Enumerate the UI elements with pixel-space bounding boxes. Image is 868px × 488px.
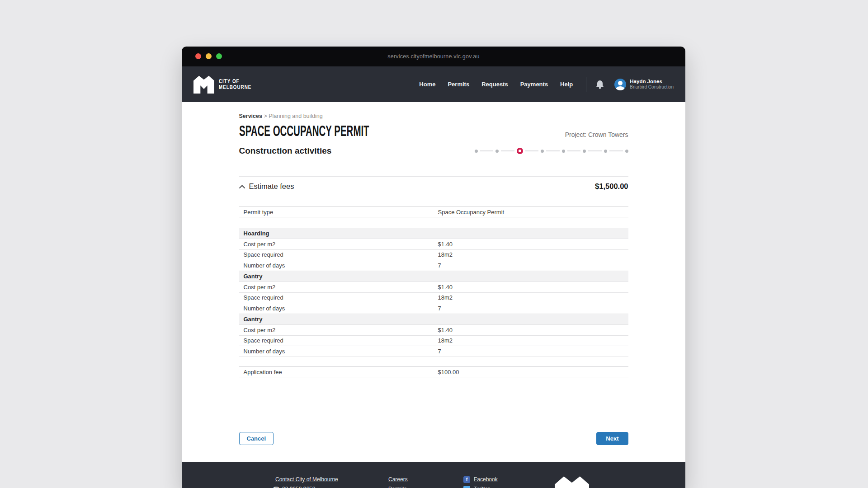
progress-stepper — [475, 148, 628, 154]
estimate-fees-label: Estimate fees — [249, 182, 294, 191]
fee-table: Permit type Space Occupancy Permit Hoard… — [239, 206, 628, 377]
application-fee-row: Application fee $100.00 — [239, 366, 628, 377]
browser-window: services.cityofmelbourne.vic.gov.au CITY… — [182, 47, 685, 488]
window-controls — [195, 53, 222, 59]
fee-row-label: Cost per m2 — [239, 327, 438, 333]
permits-link[interactable]: Permits — [388, 486, 407, 488]
user-name: Haydn Jones — [630, 78, 674, 84]
fee-row-value: 7 — [438, 348, 628, 355]
step-title: Construction activities — [239, 146, 332, 156]
fee-row-label: Space required — [239, 337, 438, 344]
application-fee-label: Application fee — [239, 369, 438, 375]
chevron-up-icon[interactable] — [239, 185, 245, 188]
nav-item-help[interactable]: Help — [560, 81, 573, 88]
user-account-menu[interactable]: Haydn Jones Briarbird Construction — [614, 78, 674, 90]
fee-group-header-1-label: Hoarding — [239, 230, 438, 237]
melbourne-m-icon — [193, 75, 214, 94]
fee-row: Space required18m2 — [239, 336, 628, 347]
table-spacer — [239, 217, 628, 228]
twitter-icon[interactable] — [463, 486, 470, 488]
step-dot-5[interactable] — [562, 150, 565, 153]
notifications-bell-icon[interactable] — [595, 80, 604, 89]
fee-row-label: Cost per m2 — [239, 284, 438, 291]
page-body: Services > Planning and building SPACE O… — [182, 102, 685, 462]
fee-row-value: $1.40 — [438, 284, 628, 291]
fee-row-value: $1.40 — [438, 241, 628, 248]
fee-row: Number of days7 — [239, 260, 628, 271]
city-of-melbourne-logo[interactable]: CITY OF MELBOURNE — [193, 75, 259, 94]
phone-icon: ☎ — [273, 486, 279, 488]
nav-item-home[interactable]: Home — [419, 81, 435, 88]
permit-type-row: Permit type Space Occupancy Permit — [239, 206, 628, 217]
browser-titlebar: services.cityofmelbourne.vic.gov.au — [182, 47, 685, 66]
fee-row-value: 7 — [438, 305, 628, 312]
step-dot-3-active[interactable] — [517, 148, 523, 154]
breadcrumb-services-link[interactable]: Services — [239, 113, 262, 119]
fee-row: Cost per m2$1.40 — [239, 282, 628, 293]
fee-row-label: Number of days — [239, 305, 438, 312]
fee-row: Number of days7 — [239, 303, 628, 314]
user-avatar-icon — [614, 79, 626, 90]
breadcrumb-current: Planning and building — [269, 113, 323, 119]
step-connector — [480, 150, 494, 151]
facebook-icon[interactable]: f — [463, 476, 470, 483]
step-connector — [525, 150, 539, 151]
breadcrumb: Services > Planning and building — [239, 113, 628, 119]
fee-row-label: Number of days — [239, 348, 438, 355]
fee-row-value: 18m2 — [438, 294, 628, 301]
footer-melbourne-m-icon — [555, 476, 589, 488]
fee-row: Number of days7 — [239, 346, 628, 357]
nav-item-permits[interactable]: Permits — [448, 81, 469, 88]
user-organisation: Briarbird Construction — [630, 84, 674, 90]
nav-divider — [586, 77, 586, 92]
page-title: SPACE OCCUPANCY PERMIT — [239, 122, 369, 140]
fee-row-value: 7 — [438, 262, 628, 269]
estimate-fees-toggle[interactable]: Estimate fees $1,500.00 — [239, 177, 628, 195]
permit-type-value: Space Occupancy Permit — [438, 209, 628, 216]
careers-link[interactable]: Careers — [388, 476, 408, 483]
step-dot-1[interactable] — [475, 150, 478, 153]
breadcrumb-separator: > — [264, 113, 267, 119]
logo-wordmark: CITY OF MELBOURNE — [219, 79, 251, 90]
nav-links: HomePermitsRequestsPaymentsHelp — [419, 81, 585, 88]
fee-group-header-1: Hoarding — [239, 228, 628, 239]
twitter-link[interactable]: Twitter — [474, 486, 490, 488]
project-label: Project: Crown Towers — [565, 131, 628, 140]
step-dot-6[interactable] — [583, 150, 586, 153]
phone-number: 03 9658 9658 — [282, 486, 315, 488]
site-footer: Contact City of Melbourne Careers f Face… — [182, 462, 685, 488]
application-fee-value: $100.00 — [438, 369, 628, 375]
fee-group-header-2: Gantry — [239, 271, 628, 282]
step-dot-2[interactable] — [495, 150, 499, 153]
address-bar-url: services.cityofmelbourne.vic.gov.au — [387, 53, 479, 60]
nav-item-payments[interactable]: Payments — [520, 81, 548, 88]
site-header: CITY OF MELBOURNE HomePermitsRequestsPay… — [182, 66, 685, 102]
nav-item-requests[interactable]: Requests — [481, 81, 508, 88]
next-button[interactable]: Next — [596, 432, 628, 445]
facebook-link[interactable]: Facebook — [474, 476, 498, 483]
fee-row-label: Cost per m2 — [239, 241, 438, 248]
fee-row: Cost per m2$1.40 — [239, 325, 628, 336]
footer-divider — [239, 425, 628, 425]
step-dot-4[interactable] — [541, 150, 544, 153]
fee-row-value: 18m2 — [438, 251, 628, 258]
step-connector — [588, 150, 602, 151]
step-dot-8[interactable] — [625, 150, 628, 153]
estimate-total-amount: $1,500.00 — [595, 182, 628, 191]
fee-row-label: Space required — [239, 251, 438, 258]
step-connector — [567, 150, 581, 151]
fee-row-label: Space required — [239, 294, 438, 301]
cancel-button[interactable]: Cancel — [239, 432, 274, 445]
step-connector — [546, 150, 560, 151]
close-window-button[interactable] — [195, 53, 201, 59]
fee-group-header-3-label: Gantry — [239, 316, 438, 323]
step-dot-7[interactable] — [604, 150, 607, 153]
contact-link[interactable]: Contact City of Melbourne — [275, 476, 338, 483]
step-connector — [609, 150, 623, 151]
fee-row-label: Number of days — [239, 262, 438, 269]
minimize-window-button[interactable] — [206, 53, 212, 59]
fee-row: Cost per m2$1.40 — [239, 239, 628, 250]
fee-row-value: $1.40 — [438, 327, 628, 333]
fee-group-header-2-label: Gantry — [239, 273, 438, 280]
maximize-window-button[interactable] — [216, 53, 222, 59]
